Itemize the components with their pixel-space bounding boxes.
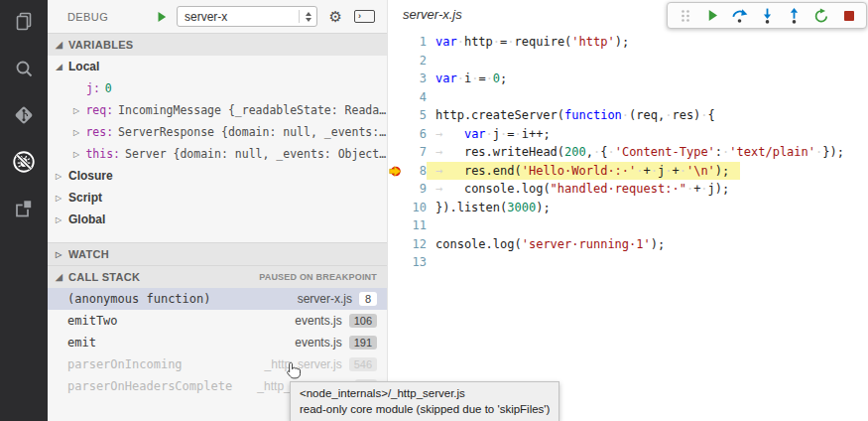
activity-bar-item-source-control[interactable] (0, 93, 48, 140)
source-control-icon (12, 103, 36, 131)
sidebar-title: DEBUG (67, 11, 155, 23)
breakpoint-gutter[interactable] (388, 143, 403, 162)
line-number: 11 (403, 216, 427, 235)
drag-handle[interactable] (677, 7, 693, 24)
restart-button[interactable] (813, 7, 830, 24)
breakpoint-gutter[interactable] (388, 125, 403, 144)
breakpoint-current-statement-icon[interactable] (388, 162, 403, 181)
frame-line-badge: 546 (349, 357, 377, 371)
line-number: 2 (403, 52, 427, 70)
line-number: 8 (403, 162, 427, 181)
sidebar-spacer (48, 230, 387, 242)
variable-name: this: (85, 147, 120, 161)
line-content: var·i·=·0; (427, 70, 740, 88)
code-line[interactable]: 5http.createServer(function·(req,·res)·{ (388, 106, 868, 125)
variable-scope-row[interactable]: ▷Script (48, 187, 387, 209)
chevron-collapsed-icon: ▷ (73, 150, 85, 159)
code-line[interactable]: 1var·http·=·require('http'); (388, 33, 868, 52)
call-stack-frame[interactable]: parserOnIncoming_http_server.js546 (48, 353, 387, 375)
variable-row[interactable]: ▷req:IncomingMessage {_readableState: Re… (48, 99, 387, 121)
tooltip-path: <node_internals>/_http_server.js (300, 385, 550, 401)
debug-sidebar: DEBUG server-x ⚙ › ◢ VARIABLES ◢Localj:0… (48, 0, 387, 421)
breakpoint-gutter[interactable] (388, 106, 403, 125)
chevron-collapsed-icon: ▷ (73, 128, 85, 137)
tooltip: <node_internals>/_http_server.js read-on… (290, 381, 559, 421)
breakpoint-gutter[interactable] (388, 235, 403, 254)
call-stack-section-header[interactable]: ◢ CALL STACK PAUSED ON BREAKPOINT (48, 265, 387, 288)
step-over-button[interactable] (731, 7, 748, 24)
variable-row[interactable]: ▷this:Server {domain: null, _events: Obj… (48, 143, 387, 165)
variables-section-header[interactable]: ◢ VARIABLES (48, 33, 387, 56)
debug-console-icon[interactable]: › (354, 10, 375, 23)
code-line[interactable]: 2 (388, 52, 868, 70)
chevron-collapsed-icon: ▷ (73, 106, 85, 115)
variables-section-title: VARIABLES (68, 39, 133, 51)
breakpoint-gutter[interactable] (388, 199, 403, 217)
continue-button[interactable] (704, 7, 721, 24)
call-stack-frame[interactable]: (anonymous function)server-x.js8 (48, 288, 387, 310)
frame-file-name: events.js (295, 336, 341, 350)
variable-scope-row[interactable]: ▷Global (48, 209, 387, 230)
breakpoint-gutter[interactable] (388, 253, 403, 272)
breakpoint-gutter[interactable] (388, 180, 403, 199)
activity-bar (0, 0, 48, 421)
activity-bar-item-explorer[interactable] (0, 0, 48, 47)
line-content (427, 216, 740, 235)
editor-tab-title[interactable]: server-x.js (403, 7, 462, 22)
stop-button[interactable] (840, 7, 857, 24)
activity-bar-item-search[interactable] (0, 47, 48, 93)
scope-label: Global (68, 212, 105, 226)
breakpoint-gutter[interactable] (388, 216, 403, 235)
gear-icon[interactable]: ⚙ (329, 9, 342, 24)
line-number: 3 (403, 70, 427, 88)
start-debug-button[interactable] (155, 9, 171, 25)
vscode-debug-window: DEBUG server-x ⚙ › ◢ VARIABLES ◢Localj:0… (0, 0, 868, 421)
frame-function-name: emit (67, 336, 96, 350)
breakpoint-gutter[interactable] (388, 88, 403, 107)
line-content: var·http·=·require('http'); (427, 33, 740, 52)
call-stack-frame[interactable]: emitTwoevents.js106 (48, 310, 387, 332)
code-line[interactable]: 13 (388, 253, 868, 272)
frame-file-name: server-x.js (298, 292, 352, 306)
code-area[interactable]: 1var·http·=·require('http');23var·i·=·0;… (388, 33, 868, 272)
variable-row[interactable]: j:0 (48, 77, 387, 99)
paused-status-badge: PAUSED ON BREAKPOINT (259, 272, 377, 282)
launch-config-select[interactable]: server-x (177, 6, 317, 27)
step-into-button[interactable] (759, 7, 776, 24)
variable-scope-row[interactable]: ◢Local (48, 56, 387, 77)
step-out-button[interactable] (786, 7, 803, 24)
activity-bar-item-extensions[interactable] (0, 187, 48, 233)
call-stack-frame[interactable]: emitevents.js191 (48, 332, 387, 353)
variable-scope-row[interactable]: ▷Closure (48, 165, 387, 187)
line-content (427, 253, 740, 272)
code-line[interactable]: 8→ res.end('Hello·World·:·'·+·j·+·'\n'); (388, 162, 868, 181)
code-line[interactable]: 4 (388, 88, 868, 107)
breakpoint-gutter[interactable] (388, 52, 403, 70)
line-content: http.createServer(function·(req,·res)·{ (427, 106, 740, 125)
code-line[interactable]: 3var·i·=·0; (388, 70, 868, 88)
breakpoint-gutter[interactable] (388, 70, 403, 88)
variable-value: 0 (105, 81, 112, 95)
watch-section-header[interactable]: ▷ WATCH (48, 242, 387, 265)
scope-label: Closure (68, 169, 113, 183)
variable-row[interactable]: ▷res:ServerResponse {domain: null, _even… (48, 121, 387, 143)
watch-section-title: WATCH (68, 248, 109, 260)
code-line[interactable]: 12console.log('server·running·1'); (388, 235, 868, 254)
debug-sidebar-header: DEBUG server-x ⚙ › (48, 0, 387, 33)
variables-list: ◢Localj:0▷req:IncomingMessage {_readable… (48, 56, 387, 230)
code-line[interactable]: 7→ res.writeHead(200,·{·'Content-Type':·… (388, 143, 868, 162)
activity-bar-item-debug[interactable] (0, 140, 48, 187)
chevron-expanded-icon: ◢ (56, 62, 68, 71)
play-icon (155, 10, 169, 24)
breakpoint-gutter[interactable] (388, 33, 403, 52)
code-line[interactable]: 10}).listen(3000); (388, 199, 868, 217)
line-number: 13 (403, 253, 427, 272)
line-content: → console.log("handled·request:·"·+·j); (427, 180, 740, 199)
frame-file-name: _http_server.js (265, 357, 342, 371)
code-line[interactable]: 9→ console.log("handled·request:·"·+·j); (388, 180, 868, 199)
code-line[interactable]: 6→ var·j·=·i++; (388, 125, 868, 144)
variable-name: res: (85, 125, 113, 139)
frame-line-badge: 106 (349, 314, 377, 328)
code-line[interactable]: 11 (388, 216, 868, 235)
line-number: 4 (403, 88, 427, 107)
